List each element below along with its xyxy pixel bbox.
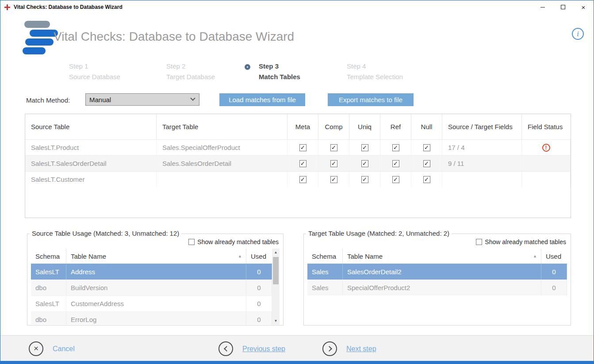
- chevron-left-icon: [218, 341, 233, 356]
- checkbox-icon: [476, 239, 482, 245]
- export-matches-button[interactable]: Export matches to file: [328, 93, 414, 106]
- header-schema[interactable]: Schema: [31, 249, 66, 264]
- match-method-select[interactable]: Manual: [85, 93, 199, 106]
- match-row-salesorderdetail[interactable]: SalesLT.SalesOrderDetail Sales.SalesOrde…: [25, 155, 571, 171]
- match-row-product[interactable]: SalesLT.Product Sales.SpecialOfferProduc…: [25, 139, 571, 155]
- null-checkbox[interactable]: [423, 144, 430, 151]
- step-1-source-database: Step 1 Source Database: [69, 61, 120, 82]
- comp-checkbox[interactable]: [330, 176, 337, 183]
- chevron-down-icon: [190, 96, 195, 101]
- table-name-cell: SpecialOfferProduct2: [343, 280, 541, 295]
- target-show-matched-checkbox[interactable]: Show already matched tables: [476, 238, 566, 245]
- sort-ascending-icon: ▲: [533, 254, 541, 258]
- fields-count-cell: [442, 172, 522, 187]
- uniq-checkbox[interactable]: [361, 144, 368, 151]
- maximize-icon: [561, 5, 565, 9]
- show-matched-label: Show already matched tables: [485, 238, 566, 245]
- load-matches-button[interactable]: Load matches from file: [219, 93, 305, 106]
- source-table-cell: SalesLT.Product: [25, 140, 157, 155]
- fields-count-cell: 9 / 11: [442, 156, 522, 171]
- header-meta[interactable]: Meta: [287, 114, 318, 139]
- source-usage-table: Schema Table Name ▲ Used SalesLT Address…: [31, 249, 280, 325]
- field-status-error-icon[interactable]: !: [542, 144, 550, 152]
- cancel-circle-icon: ×: [29, 341, 43, 356]
- table-name-cell: CustomerAddress: [66, 296, 246, 311]
- source-row-customeraddress[interactable]: SalesLT CustomerAddress 0: [31, 295, 272, 311]
- window-title: Vital Checks: Database to Database Wizar…: [14, 4, 123, 10]
- header-table-name[interactable]: Table Name ▲: [343, 249, 541, 264]
- vertical-scrollbar[interactable]: ▲ ▼: [272, 249, 280, 325]
- meta-checkbox[interactable]: [299, 144, 307, 151]
- target-table-usage-panel: Target Table Usage (Matched: 2, Unmatche…: [303, 234, 571, 326]
- used-cell: 0: [246, 280, 272, 295]
- null-checkbox[interactable]: [423, 176, 430, 183]
- used-cell: 0: [541, 264, 567, 280]
- header-null[interactable]: Null: [411, 114, 442, 139]
- header-comp[interactable]: Comp: [318, 114, 349, 139]
- comp-checkbox[interactable]: [330, 160, 337, 167]
- scroll-down-icon[interactable]: ▼: [272, 317, 280, 325]
- header-target-table[interactable]: Target Table: [157, 114, 287, 139]
- step-2-target-database: Step 2 Target Database: [166, 61, 215, 82]
- target-row-specialofferproduct2[interactable]: Sales SpecialOfferProduct2 0: [307, 280, 567, 295]
- match-method-label: Match Method:: [26, 96, 70, 104]
- target-table-cell: [157, 172, 287, 187]
- cancel-button[interactable]: × Cancel: [29, 341, 75, 356]
- source-table-cell: SalesLT.Customer: [25, 172, 157, 187]
- next-step-label: Next step: [346, 345, 376, 353]
- used-cell: 0: [541, 280, 567, 295]
- target-table-cell: Sales.SpecialOfferProduct: [157, 140, 287, 155]
- header-uniq[interactable]: Uniq: [349, 114, 380, 139]
- table-name-cell: BuildVersion: [66, 280, 246, 295]
- minimize-icon: [540, 7, 545, 8]
- null-checkbox[interactable]: [423, 160, 430, 167]
- source-row-buildversion[interactable]: dbo BuildVersion 0: [31, 280, 272, 295]
- comp-checkbox[interactable]: [330, 144, 337, 151]
- header-used[interactable]: Used: [541, 249, 567, 264]
- uniq-checkbox[interactable]: [361, 160, 368, 167]
- target-usage-table: Schema Table Name ▲ Used Sales SalesOrde…: [307, 249, 567, 325]
- used-cell: 0: [246, 264, 272, 280]
- used-cell: 0: [246, 296, 272, 311]
- ref-checkbox[interactable]: [392, 176, 399, 183]
- source-row-errorlog[interactable]: dbo ErrorLog 0: [31, 311, 272, 325]
- previous-step-button[interactable]: Previous step: [218, 341, 285, 356]
- window-controls: ×: [533, 0, 594, 14]
- ref-checkbox[interactable]: [392, 144, 399, 151]
- close-button[interactable]: ×: [573, 0, 594, 14]
- header-table-name[interactable]: Table Name ▲: [66, 249, 246, 264]
- app-window: Vital Checks: Database to Database Wizar…: [0, 0, 594, 364]
- scrollbar-thumb[interactable]: [273, 257, 279, 284]
- schema-cell: dbo: [31, 280, 66, 295]
- meta-checkbox[interactable]: [299, 176, 307, 183]
- info-icon[interactable]: i: [572, 28, 584, 40]
- titlebar: Vital Checks: Database to Database Wizar…: [0, 0, 594, 14]
- source-row-address[interactable]: SalesLT Address 0: [31, 264, 272, 280]
- header-source-table[interactable]: Source Table: [25, 114, 157, 139]
- table-name-cell: SalesOrderDetail2: [343, 264, 541, 280]
- header-ref[interactable]: Ref: [380, 114, 411, 139]
- ref-checkbox[interactable]: [392, 160, 399, 167]
- minimize-button[interactable]: [533, 0, 553, 14]
- scrollbar-track[interactable]: [272, 256, 280, 317]
- source-show-matched-checkbox[interactable]: Show already matched tables: [188, 238, 279, 245]
- sort-ascending-icon: ▲: [238, 254, 246, 258]
- match-method-value: Manual: [89, 96, 111, 103]
- previous-step-label: Previous step: [242, 345, 285, 353]
- scroll-up-icon[interactable]: ▲: [272, 249, 280, 256]
- target-row-salesorderdetail2[interactable]: Sales SalesOrderDetail2 0: [307, 264, 567, 280]
- header-schema[interactable]: Schema: [307, 249, 343, 264]
- footer-bar: × Cancel Previous step Next step: [0, 335, 594, 362]
- match-row-customer[interactable]: SalesLT.Customer: [25, 171, 571, 187]
- step-4-template-selection: Step 4 Template Selection: [347, 61, 403, 82]
- header-used[interactable]: Used: [246, 249, 272, 264]
- header-source-target-fields: Source / Target Fields: [448, 123, 513, 131]
- meta-checkbox[interactable]: [299, 160, 307, 167]
- checkbox-icon: [188, 239, 195, 245]
- table-name-cell: ErrorLog: [66, 312, 246, 325]
- maximize-button[interactable]: [553, 0, 573, 14]
- next-step-button[interactable]: Next step: [322, 341, 376, 356]
- source-table-usage-panel: Source Table Usage (Matched: 3, Unmatche…: [27, 234, 284, 326]
- match-table: Source Table Target Table Meta Comp Uniq…: [25, 114, 571, 218]
- uniq-checkbox[interactable]: [361, 176, 368, 183]
